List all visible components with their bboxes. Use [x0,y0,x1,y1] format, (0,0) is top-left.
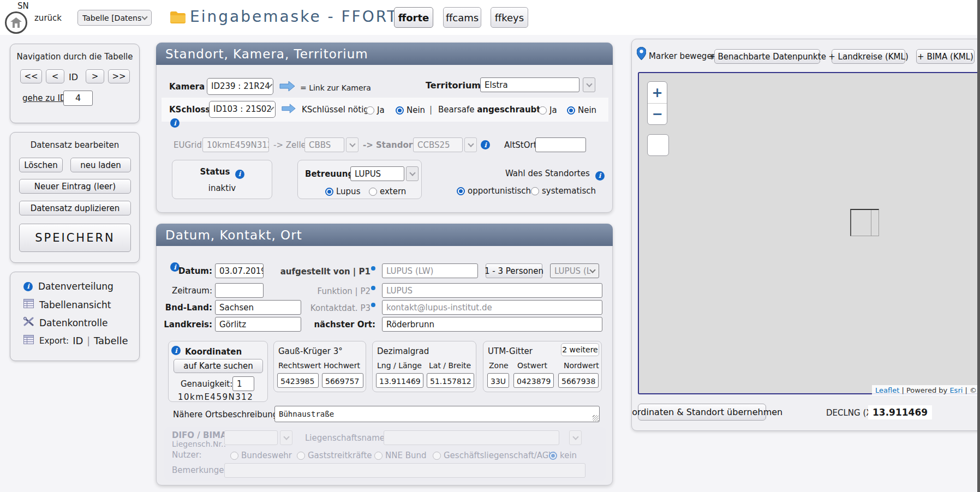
bima-kml-button[interactable]: + BIMA (KML) [916,49,975,64]
landkreise-kml-button[interactable]: + Landkreise (KML) [832,49,905,64]
radio-icon[interactable] [325,188,333,196]
koordinaten-info-icon[interactable]: i [171,346,181,355]
utm-ostwert-input[interactable]: 0423879 [513,373,554,388]
radio-label: Lupus [336,187,360,196]
radio-icon[interactable] [457,187,465,195]
nav-last-button[interactable]: >> [108,69,130,83]
utm-zone-input[interactable]: 33U [487,373,509,388]
goto-id-link-text[interactable]: gehe zu ID [22,93,66,103]
esri-link[interactable]: Esri [949,386,963,394]
altstort-input[interactable] [535,137,586,152]
bearsafe-label-text: Bearsafe [438,105,474,115]
wahl-radio-opportunistisch[interactable]: opportunistisch [457,185,531,196]
nav-next-button[interactable]: > [86,69,104,83]
window-edge-scrollbar[interactable] [977,0,980,492]
map-layers-button[interactable] [647,134,669,156]
apply-coordinates-button[interactable]: Koordinaten & Standort übernehmen [638,404,766,421]
app-button-fforte[interactable]: fforte [394,7,433,28]
territorium-input[interactable]: Elstra [480,77,579,92]
sidebar-item-tabellenansicht[interactable]: Tabellenansicht [23,299,111,310]
delete-button[interactable]: Löschen [19,158,63,172]
map-panel: Marker bewegen! + Benachbarte Datenpunkt… [631,39,980,431]
p2-info-dot-icon[interactable] [371,286,375,290]
radio-icon[interactable] [369,188,377,196]
separator-pipe: | [429,105,432,115]
betreuung-input[interactable]: LUPUS [350,166,404,181]
table-select[interactable]: Tabelle [Datens [77,10,152,26]
p1-info-dot-icon[interactable] [371,266,375,271]
kschloss-link-arrow-icon[interactable] [281,104,296,116]
betreuung-dropdown-button[interactable] [406,166,419,181]
zoom-in-button[interactable]: + [648,82,667,104]
kschloss-info-icon[interactable]: i [170,118,180,128]
datapoints-button[interactable]: + Benachbarte Datenpunkte [714,49,820,64]
status-info-icon[interactable]: i [235,170,244,179]
standort-label: -> Standort [363,140,416,150]
standort-input: CCBS25 [413,137,463,152]
personen-button[interactable]: 1 - 3 Personen [486,263,542,278]
sidebar-item-datenkontrolle[interactable]: Datenkontrolle [23,317,107,328]
export-table-link[interactable]: Tabelle [94,335,128,346]
bearsafe-radio-nein[interactable]: Nein [567,105,596,115]
p1-select[interactable]: LUPUS (LW [550,263,599,278]
app-button-ffcams[interactable]: ffcams [443,7,481,28]
p2-input[interactable]: LUPUS [382,283,602,298]
nav-prev-button[interactable]: < [46,69,64,83]
radio-icon [433,452,441,460]
kschloss-select[interactable]: ID103 : 21S02 [209,101,276,118]
bearsafe-radio-ja[interactable]: Ja [539,105,557,115]
p1-input[interactable]: LUPUS (LW) [382,263,478,278]
goto-id-input[interactable]: 4 [63,91,93,106]
zelle-dropdown-button[interactable] [346,137,358,152]
app-button-ffkeys[interactable]: ffkeys [491,7,528,28]
back-link[interactable]: zurück [34,13,62,23]
genauigkeit-input[interactable]: 1 [232,376,254,391]
radio-icon[interactable] [531,187,539,195]
gk-hochwert-input[interactable]: 5669757 [322,373,363,388]
radio-icon[interactable] [396,106,404,115]
sidebar-item-datenverteilung[interactable]: i Datenverteilung [23,281,113,292]
reload-button[interactable]: neu laden [70,158,131,172]
kamera-label: Kamera [169,82,205,92]
duplicate-button[interactable]: Datensatz duplizieren [19,201,131,215]
new-entry-button[interactable]: Neuer Eintrag (leer) [19,179,131,194]
radio-icon[interactable] [567,106,575,115]
gk-rechtswert-input[interactable]: 5423985 [277,373,319,388]
nav-first-button[interactable]: << [20,69,42,83]
territorium-dropdown-button[interactable] [583,77,595,92]
ortsbeschreibung-label: Nähere Ortsbeschreibung: [173,410,280,419]
karte-suchen-button[interactable]: auf Karte suchen [174,359,263,373]
wahl-radio-systematisch[interactable]: systematisch [531,185,596,196]
radio-icon[interactable] [539,106,547,115]
dez-lng-input[interactable]: 13.911469 [376,373,423,388]
betreuung-radio-extern[interactable]: extern [369,186,406,196]
kschluessel-radio-ja[interactable]: Ja [366,105,385,115]
resize-handle[interactable] [593,415,599,421]
ort-input[interactable]: Röderbrunn [382,317,602,332]
standort-dropdown-button[interactable] [464,137,477,152]
zoom-out-button[interactable]: − [648,104,667,124]
kschluessel-radio-nein[interactable]: Nein [396,105,425,115]
utm-nordwert-input[interactable]: 5667938 [558,373,599,388]
camera-link-arrow-icon[interactable] [279,81,296,94]
betreuung-radio-lupus[interactable]: Lupus [325,186,360,196]
p3-input[interactable]: kontakt@lupus-institut.de [382,300,602,315]
kontaktdat-label-text: Kontaktdat. P3 [310,303,371,313]
export-id-link[interactable]: ID [73,335,83,346]
sidebar-item-export[interactable]: Export: ID | Tabelle [23,335,128,346]
radio-icon [297,452,305,460]
radio-label: Bundeswehr [241,451,292,460]
wahl-info-icon[interactable]: i [595,171,605,181]
leaflet-link[interactable]: Leaflet [875,386,899,394]
p3-info-dot-icon[interactable] [371,303,375,307]
utm-more-button[interactable]: 2 weitere [561,343,599,356]
map-canvas[interactable]: + − Leaflet | Powered by Esri | © C [638,72,980,394]
radio-label: Gaststreitkräfte [308,451,372,460]
kamera-select[interactable]: ID239 : 21R24 [207,78,273,95]
ortsbeschreibung-textarea[interactable]: Bühnaustraße [274,406,600,422]
home-icon[interactable] [5,11,27,34]
save-button[interactable]: SPEICHERN [19,224,131,252]
dez-lat-input[interactable]: 51.157812 [427,373,474,388]
radio-icon[interactable] [366,106,374,115]
standort-info-icon[interactable]: i [481,140,490,149]
